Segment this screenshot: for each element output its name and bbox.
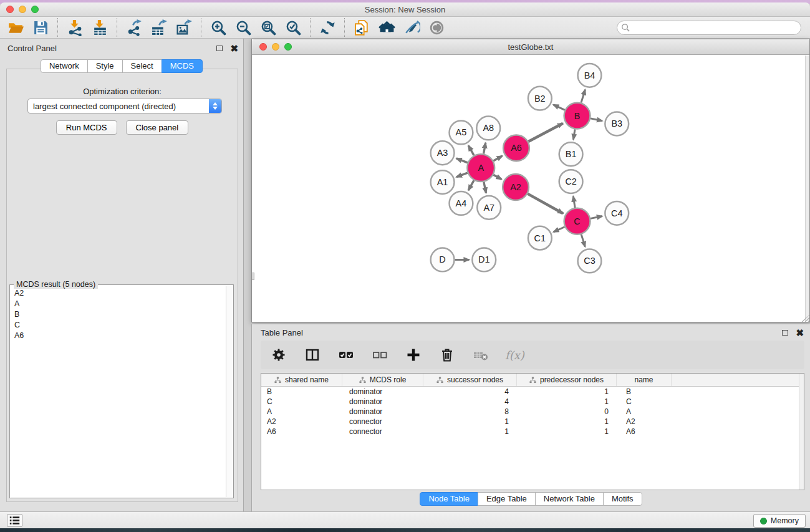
import-table-icon[interactable] <box>90 18 109 37</box>
edge-C-C4[interactable] <box>591 216 602 219</box>
table-scrollbar[interactable] <box>799 374 804 490</box>
run-mcds-button[interactable]: Run MCDS <box>56 120 117 135</box>
function-builder-icon[interactable]: f(x) <box>505 349 524 362</box>
edge-B-B1[interactable] <box>573 129 575 140</box>
zoom-selected-icon[interactable] <box>284 18 302 37</box>
table-cell[interactable]: A <box>617 407 672 416</box>
show-hide-panel-icon[interactable] <box>427 18 446 37</box>
close-panel-button[interactable]: Close panel <box>126 120 189 135</box>
edge-A-A8[interactable] <box>483 143 485 154</box>
tab-mcds[interactable]: MCDS <box>162 59 203 73</box>
export-table-icon[interactable] <box>150 18 168 37</box>
edge-A-A1[interactable] <box>456 173 468 177</box>
network-view-window[interactable]: testGlobe.txt B4B2BB3A8A5A6B1A3AC2A1A2A4… <box>251 39 810 322</box>
table-cell[interactable]: dominator <box>342 387 423 396</box>
table-row[interactable]: Cdominator41C <box>261 397 804 407</box>
delete-table-icon[interactable] <box>471 346 490 364</box>
table-cell[interactable]: 1 <box>517 417 617 426</box>
export-network-icon[interactable] <box>125 18 143 37</box>
toggle-graphics-details-icon[interactable] <box>402 18 421 37</box>
table-cell[interactable]: 0 <box>517 407 617 416</box>
column-header-MCDS-role[interactable]: MCDS role <box>342 374 423 386</box>
gear-icon[interactable] <box>269 346 288 364</box>
table-cell[interactable]: dominator <box>342 397 423 406</box>
edge-B-B2[interactable] <box>553 105 564 110</box>
edge-A-A4[interactable] <box>468 180 474 190</box>
network-graph[interactable]: B4B2BB3A8A5A6B1A3AC2A1A2A4A7C4CC1C3DD1 <box>252 56 805 321</box>
edge-B-B4[interactable] <box>581 90 585 103</box>
mcds-result-item[interactable]: A2 <box>11 288 226 298</box>
column-header-name[interactable]: name <box>617 374 672 386</box>
table-row[interactable]: A6connector11A6 <box>261 427 804 437</box>
table-cell[interactable]: A6 <box>617 427 672 436</box>
delete-column-icon[interactable] <box>438 346 456 364</box>
open-session-icon[interactable] <box>6 18 25 37</box>
table-cell[interactable]: connector <box>342 427 423 436</box>
tab-network-table[interactable]: Network Table <box>535 492 604 506</box>
zoom-out-icon[interactable] <box>234 18 253 37</box>
mcds-result-item[interactable]: B <box>11 309 226 319</box>
cybrowser-home-icon[interactable] <box>377 18 396 37</box>
mcds-result-item[interactable]: A <box>11 298 226 309</box>
column-header-predecessor-nodes[interactable]: predecessor nodes <box>517 374 617 386</box>
save-session-icon[interactable] <box>31 18 50 37</box>
table-cell[interactable]: C <box>617 397 672 406</box>
edge-A2-C[interactable] <box>528 194 563 214</box>
table-row[interactable]: Bdominator41B <box>261 387 804 397</box>
float-table-panel-icon[interactable] <box>782 330 788 336</box>
edge-B-B3[interactable] <box>591 118 602 121</box>
import-network-icon[interactable] <box>65 18 84 37</box>
edge-A-A3[interactable] <box>456 158 468 163</box>
table-cell[interactable]: A <box>261 407 342 416</box>
tab-edge-table[interactable]: Edge Table <box>478 492 536 506</box>
tab-motifs[interactable]: Motifs <box>603 492 642 506</box>
table-cell[interactable]: A6 <box>261 427 342 436</box>
mcds-list-scrollbar[interactable] <box>226 286 233 497</box>
new-network-from-selection-icon[interactable] <box>352 18 371 37</box>
zoom-fit-icon[interactable] <box>259 18 277 37</box>
mcds-result-item[interactable]: A6 <box>11 330 226 341</box>
edge-C-C2[interactable] <box>573 196 575 208</box>
edge-C-C1[interactable] <box>554 227 565 232</box>
table-cell[interactable]: connector <box>342 417 423 426</box>
table-cell[interactable]: 4 <box>423 397 517 406</box>
window-resize-grip[interactable] <box>802 314 809 322</box>
task-history-button[interactable] <box>7 514 22 527</box>
table-cell[interactable]: 1 <box>517 427 617 436</box>
table-row[interactable]: A2connector11A2 <box>261 417 804 427</box>
close-table-panel-icon[interactable]: ✖ <box>796 330 804 336</box>
column-header-successor-nodes[interactable]: successor nodes <box>423 374 517 386</box>
network-canvas[interactable]: B4B2BB3A8A5A6B1A3AC2A1A2A4A7C4CC1C3DD1 <box>252 56 805 321</box>
memory-button[interactable]: Memory <box>753 514 806 528</box>
table-cell[interactable]: 8 <box>423 407 517 416</box>
node-table[interactable]: shared nameMCDS rolesuccessor nodesprede… <box>261 373 804 490</box>
table-mode-icon[interactable] <box>303 346 322 364</box>
network-window-titlebar[interactable]: testGlobe.txt <box>252 39 809 55</box>
edge-C-C3[interactable] <box>581 235 585 247</box>
edge-A-A5[interactable] <box>468 145 474 155</box>
zoom-in-icon[interactable] <box>209 18 228 37</box>
select-all-columns-icon[interactable] <box>337 346 355 364</box>
mcds-result-item[interactable]: C <box>11 319 226 330</box>
add-column-icon[interactable] <box>404 346 423 364</box>
edge-A-A6[interactable] <box>493 156 502 161</box>
criterion-select[interactable]: largest connected component (directed) <box>27 99 222 114</box>
tab-select[interactable]: Select <box>122 59 162 73</box>
table-cell[interactable]: dominator <box>342 407 423 416</box>
float-panel-icon[interactable] <box>216 46 223 51</box>
tab-node-table[interactable]: Node Table <box>420 492 478 506</box>
apply-layout-icon[interactable] <box>318 18 337 37</box>
export-image-icon[interactable] <box>175 18 193 37</box>
table-cell[interactable]: B <box>617 387 672 396</box>
tab-style[interactable]: Style <box>87 59 123 73</box>
table-cell[interactable]: 4 <box>423 387 517 396</box>
edge-A-A2[interactable] <box>493 175 501 179</box>
search-input[interactable] <box>617 21 801 35</box>
table-cell[interactable]: A2 <box>261 417 342 426</box>
table-cell[interactable]: B <box>261 387 342 396</box>
table-cell[interactable]: 1 <box>517 397 617 406</box>
table-row[interactable]: Adominator80A <box>261 407 804 417</box>
table-cell[interactable]: 1 <box>423 417 517 426</box>
edge-A6-B[interactable] <box>528 123 562 142</box>
tab-network[interactable]: Network <box>41 59 88 73</box>
